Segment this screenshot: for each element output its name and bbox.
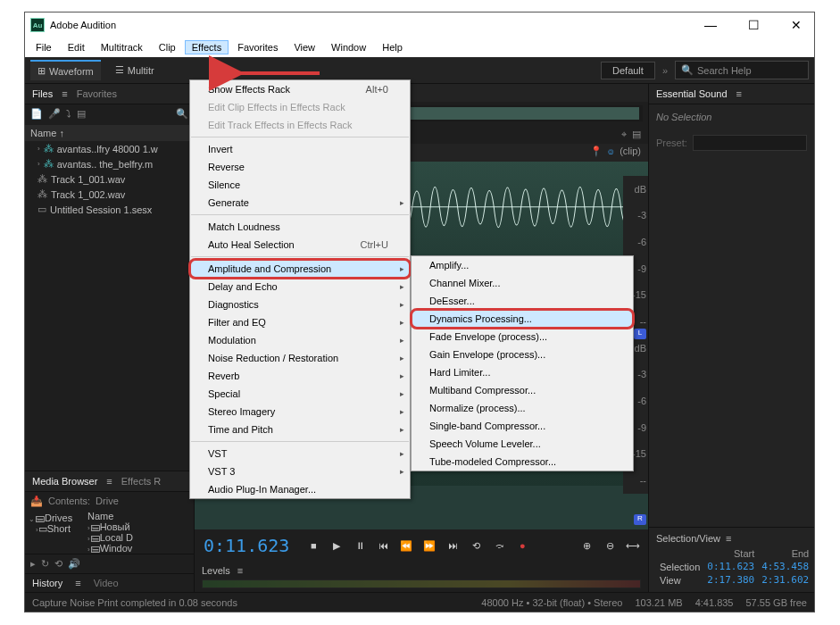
loop-button[interactable]: ⟲ [468, 540, 484, 552]
panel-menu-icon[interactable]: ≡ [106, 476, 112, 487]
panel-menu-icon[interactable]: ≡ [726, 533, 731, 544]
tab-files[interactable]: Files [32, 88, 53, 99]
file-row[interactable]: ▭Untitled Session 1.sesx [25, 202, 194, 217]
timecode-display[interactable]: 0:11.623 [195, 529, 298, 562]
tab-history[interactable]: History [32, 578, 62, 588]
expand-icon[interactable]: › [37, 145, 40, 153]
tab-multitrack[interactable]: ☰ Multitr [108, 61, 162, 79]
menu-item[interactable]: Show Effects RackAlt+0 [190, 80, 410, 98]
menu-item[interactable]: Generate▸ [190, 194, 410, 212]
shortcuts-group[interactable]: ›▭Short [29, 523, 84, 535]
menu-item[interactable]: Amplify... [412, 256, 633, 274]
view-end[interactable]: 2:31.602 [758, 573, 812, 587]
panel-menu-icon[interactable]: ≡ [237, 565, 243, 576]
menu-item[interactable]: Speech Volume Leveler... [412, 435, 633, 453]
magnet-icon[interactable]: ⌾ [608, 146, 614, 156]
tab-waveform[interactable]: ⊞ Waveform [30, 60, 101, 80]
panel-menu-icon[interactable]: ≡ [62, 88, 67, 99]
tab-essential-sound[interactable]: Essential Sound [656, 88, 728, 99]
menu-item[interactable]: Gain Envelope (process)... [412, 346, 633, 363]
rewind-button[interactable]: ⏪ [398, 540, 414, 552]
menu-item[interactable]: Multiband Compressor... [412, 381, 633, 399]
zoom-fit-icon[interactable]: ⟷ [625, 540, 641, 552]
tab-media-browser[interactable]: Media Browser [32, 476, 97, 487]
menu-item[interactable]: Amplitude and Compression▸ [190, 260, 410, 278]
menu-file[interactable]: File [29, 40, 59, 54]
sel-end[interactable]: 4:53.458 [758, 560, 812, 573]
menu-item[interactable]: Noise Reduction / Restoration▸ [190, 349, 410, 367]
menu-item[interactable]: Silence [190, 176, 410, 194]
import-icon[interactable]: ⤵ [66, 108, 71, 120]
minimize-button[interactable]: — [698, 18, 723, 32]
drive-row[interactable]: ›🖴Новый [87, 521, 194, 532]
collapse-icon[interactable]: ⌄ [29, 515, 35, 523]
menu-clip[interactable]: Clip [152, 40, 183, 54]
menu-help[interactable]: Help [375, 40, 410, 54]
menu-item[interactable]: Time and Pitch▸ [190, 421, 410, 438]
menu-edit[interactable]: Edit [61, 40, 92, 54]
workspace-preset[interactable]: Default [601, 62, 655, 79]
file-row[interactable]: ⁂Track 1_001.wav [25, 171, 194, 187]
file-row[interactable]: ⁂Track 1_002.wav [25, 187, 194, 202]
menu-item[interactable]: Special▸ [190, 385, 410, 403]
file-row[interactable]: ›⁂avantas.. the_belfry.m [25, 156, 194, 171]
volume-icon[interactable]: 🔊 [68, 558, 80, 570]
menu-item[interactable]: Dynamics Processing... [412, 310, 633, 328]
menu-favorites[interactable]: Favorites [230, 40, 285, 54]
zoom-out-icon[interactable]: ⊖ [602, 540, 618, 552]
stop-button[interactable]: ■ [305, 540, 321, 551]
play-button[interactable]: ▶ [329, 540, 345, 552]
record-button[interactable]: ● [514, 540, 530, 551]
pause-button[interactable]: ⏸ [352, 540, 368, 551]
up-icon[interactable]: 📥 [30, 496, 43, 507]
menu-view[interactable]: View [287, 40, 322, 54]
workspace-more-icon[interactable]: » [662, 65, 668, 76]
menu-item[interactable]: Match Loudness [190, 218, 410, 236]
search-files-icon[interactable]: 🔍 [176, 108, 188, 120]
menu-window[interactable]: Window [324, 40, 373, 54]
search-help[interactable]: 🔍 Search Help [675, 61, 809, 79]
channel-right-badge[interactable]: R [634, 514, 646, 525]
channel-left-badge[interactable]: L [634, 329, 646, 339]
view-dur[interactable]: 0:14.222 [812, 573, 814, 587]
menu-multitrack[interactable]: Multitrack [94, 40, 150, 54]
drive-row[interactable]: ›🖴Windov [87, 543, 194, 554]
zoom-in-icon[interactable]: ⊕ [578, 540, 595, 552]
sel-dur[interactable]: 4:41.835 [812, 560, 814, 573]
close-button[interactable]: ✕ [784, 18, 809, 32]
snap-icon[interactable]: ⌖ [621, 129, 627, 140]
drive-group[interactable]: ⌄🖴Drives [29, 512, 84, 523]
menu-item[interactable]: Audio Plug-In Manager... [190, 480, 410, 498]
sel-start[interactable]: 0:11.623 [703, 560, 758, 573]
play-icon[interactable]: ▸ [30, 558, 36, 570]
menu-item[interactable]: VST 3▸ [190, 462, 410, 480]
menu-item[interactable]: Channel Mixer... [412, 274, 633, 292]
menu-item[interactable]: Modulation▸ [190, 331, 410, 349]
panel-menu-icon[interactable]: ≡ [736, 88, 742, 99]
menu-item[interactable]: VST▸ [190, 445, 410, 462]
autoplay-icon[interactable]: ⟲ [54, 558, 62, 570]
view-start[interactable]: 2:17.380 [703, 573, 758, 587]
preset-dropdown[interactable] [693, 135, 807, 151]
maximize-button[interactable]: ☐ [741, 18, 766, 32]
forward-end-button[interactable]: ⏭ [445, 540, 461, 551]
menu-item[interactable]: Tube-modeled Compressor... [412, 453, 633, 471]
menu-item[interactable]: Hard Limiter... [412, 363, 633, 381]
open-file-icon[interactable]: 📄 [30, 108, 43, 120]
filter-icon[interactable]: ▤ [77, 108, 86, 120]
menu-item[interactable]: Reverse [190, 158, 410, 176]
pin-icon[interactable]: 📍 [590, 146, 603, 157]
record-icon[interactable]: 🎤 [48, 108, 61, 120]
tab-favorites[interactable]: Favorites [77, 88, 117, 99]
drive-row[interactable]: ›🖴Local D [87, 532, 194, 543]
expand-icon[interactable]: › [37, 160, 40, 168]
files-name-header[interactable]: Name ↑ [25, 125, 194, 141]
menu-effects[interactable]: Effects [185, 40, 229, 54]
loop-icon[interactable]: ↻ [41, 558, 49, 570]
menu-item[interactable]: Single-band Compressor... [412, 417, 633, 435]
menu-item[interactable]: DeEsser... [412, 292, 633, 310]
skip-button[interactable]: ⤼ [491, 540, 507, 552]
tab-effects-rack[interactable]: Effects R [121, 476, 161, 487]
panel-menu-icon[interactable]: ≡ [75, 578, 80, 588]
menu-item[interactable]: Fade Envelope (process)... [412, 328, 633, 346]
